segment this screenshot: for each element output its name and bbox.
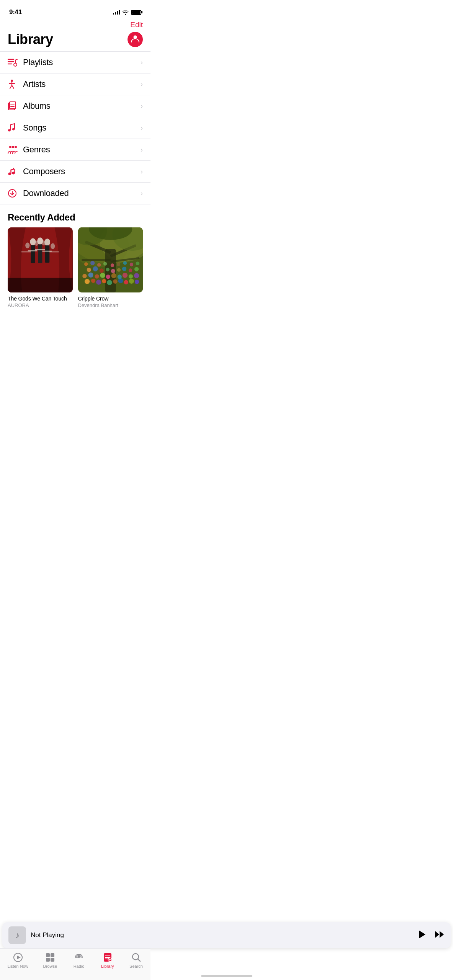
- chevron-icon: ›: [141, 124, 143, 132]
- svg-point-71: [122, 273, 127, 278]
- chevron-icon: ›: [141, 189, 143, 198]
- svg-point-84: [90, 261, 95, 265]
- signal-icon: [113, 10, 120, 15]
- albums-icon: [8, 101, 23, 111]
- chevron-icon: ›: [141, 59, 143, 67]
- wifi-icon: [122, 10, 129, 15]
- chevron-icon: ›: [141, 168, 143, 176]
- svg-point-59: [113, 279, 117, 284]
- svg-point-58: [107, 280, 112, 285]
- svg-point-42: [42, 240, 45, 245]
- svg-point-74: [87, 268, 91, 272]
- genres-icon: [8, 145, 23, 154]
- library-item-playlists[interactable]: Playlists ›: [0, 52, 150, 74]
- album-title-cripple: Cripple Crow: [78, 296, 143, 302]
- svg-point-60: [118, 278, 123, 283]
- svg-point-19: [15, 146, 17, 148]
- svg-point-61: [124, 280, 128, 284]
- albums-label: Albums: [23, 101, 141, 111]
- svg-point-66: [95, 274, 99, 278]
- chevron-icon: ›: [141, 102, 143, 110]
- svg-point-63: [134, 280, 139, 284]
- songs-label: Songs: [23, 123, 141, 133]
- svg-point-79: [117, 268, 120, 271]
- svg-rect-31: [31, 245, 35, 263]
- album-art-cripple: [78, 227, 143, 292]
- person-icon: [131, 34, 139, 45]
- svg-point-68: [106, 274, 110, 279]
- svg-point-82: [134, 267, 138, 271]
- album-artist-aurora: AURORA: [8, 302, 73, 308]
- svg-point-89: [123, 261, 126, 265]
- svg-point-57: [102, 279, 106, 283]
- library-item-albums[interactable]: Albums ›: [0, 95, 150, 117]
- album-art-aurora: [8, 227, 73, 292]
- svg-point-72: [128, 274, 132, 278]
- svg-point-55: [91, 279, 95, 283]
- svg-point-76: [99, 268, 103, 273]
- svg-point-73: [134, 273, 139, 278]
- svg-point-4: [14, 63, 17, 66]
- svg-point-87: [110, 263, 114, 267]
- svg-point-62: [129, 279, 134, 284]
- edit-button[interactable]: Edit: [130, 21, 143, 29]
- svg-rect-34: [38, 244, 42, 263]
- svg-point-88: [116, 262, 120, 266]
- battery-icon: [131, 10, 141, 15]
- album-card-cripple[interactable]: Cripple Crow Devendra Banhart: [78, 227, 143, 308]
- library-item-artists[interactable]: Artists ›: [0, 74, 150, 95]
- svg-point-91: [136, 261, 139, 265]
- svg-point-81: [128, 268, 132, 272]
- composers-icon: [8, 167, 23, 176]
- svg-point-17: [9, 146, 11, 148]
- library-item-genres[interactable]: Genres ›: [0, 139, 150, 161]
- svg-point-18: [12, 146, 14, 148]
- album-title-aurora: The Gods We Can Touch: [8, 296, 73, 302]
- svg-point-39: [25, 243, 29, 248]
- svg-line-22: [11, 169, 14, 170]
- svg-line-11: [12, 85, 14, 88]
- svg-point-56: [96, 280, 101, 285]
- recently-added-header: Recently Added: [0, 204, 150, 227]
- genres-label: Genres: [23, 145, 141, 155]
- library-item-songs[interactable]: Songs ›: [0, 117, 150, 139]
- songs-icon: [8, 123, 23, 132]
- chevron-icon: ›: [141, 146, 143, 154]
- status-icons: [113, 10, 141, 15]
- svg-point-86: [103, 262, 106, 265]
- svg-point-90: [129, 263, 133, 266]
- playlists-icon: [8, 58, 23, 67]
- downloaded-icon: [8, 189, 23, 198]
- library-list: Playlists › Artists ›: [0, 51, 150, 204]
- title-row: Library: [0, 29, 150, 51]
- status-time: 9:41: [9, 8, 22, 16]
- composers-label: Composers: [23, 167, 141, 176]
- album-artist-cripple: Devendra Banhart: [78, 302, 143, 308]
- svg-line-6: [15, 59, 17, 60]
- svg-point-40: [51, 243, 55, 249]
- album-grid: The Gods We Can Touch AURORA: [0, 227, 150, 316]
- svg-point-67: [100, 273, 105, 278]
- svg-point-41: [35, 241, 38, 246]
- svg-point-78: [111, 269, 115, 273]
- svg-point-83: [84, 262, 88, 266]
- library-item-downloaded[interactable]: Downloaded ›: [0, 183, 150, 204]
- library-item-composers[interactable]: Composers ›: [0, 161, 150, 183]
- artists-label: Artists: [23, 79, 141, 89]
- svg-point-75: [93, 266, 98, 271]
- svg-point-77: [106, 268, 109, 271]
- album-card-aurora[interactable]: The Gods We Can Touch AURORA: [8, 227, 73, 308]
- downloaded-label: Downloaded: [23, 188, 141, 198]
- svg-point-80: [122, 267, 126, 271]
- chevron-icon: ›: [141, 80, 143, 88]
- svg-line-10: [10, 85, 12, 88]
- svg-rect-37: [45, 245, 49, 263]
- playlists-label: Playlists: [23, 57, 141, 67]
- svg-point-70: [117, 274, 121, 279]
- page-title: Library: [8, 31, 53, 47]
- svg-point-64: [82, 274, 87, 278]
- artists-icon: [8, 79, 23, 89]
- avatar-button[interactable]: [128, 32, 143, 47]
- svg-point-85: [97, 263, 100, 266]
- header-bar: Edit: [0, 19, 150, 29]
